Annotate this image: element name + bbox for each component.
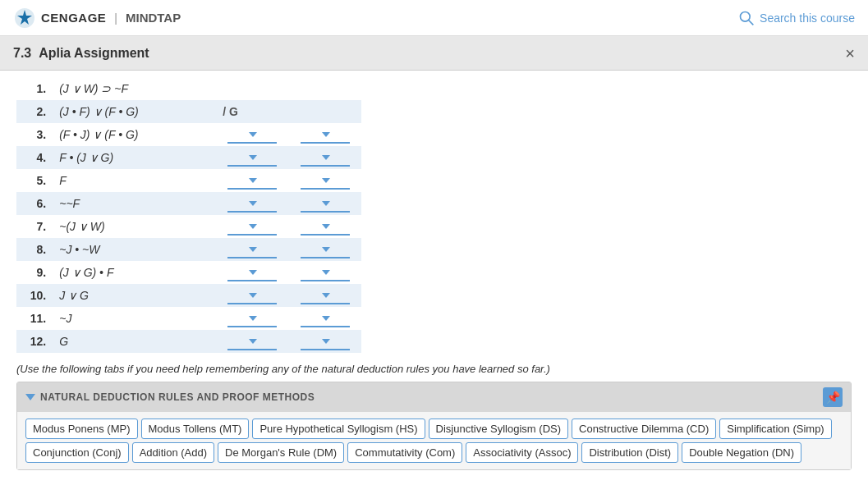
rule-tab[interactable]: Double Negation (DN) bbox=[682, 442, 801, 463]
dropdown-cell-1[interactable] bbox=[216, 284, 288, 307]
table-row: 8.~J • ~W bbox=[16, 238, 361, 261]
dropdown-cell-1[interactable] bbox=[216, 123, 288, 146]
row-number: 5. bbox=[16, 169, 53, 192]
rule-tab[interactable]: Pure Hypothetical Syllogism (HS) bbox=[252, 419, 425, 439]
dropdown-cell-2[interactable] bbox=[289, 284, 361, 307]
row-number: 9. bbox=[16, 261, 53, 284]
search-label[interactable]: Search this course bbox=[760, 11, 855, 25]
dropdown-cell-1[interactable] bbox=[216, 238, 288, 261]
dropdown-button-1[interactable] bbox=[227, 172, 277, 190]
dropdown-cell-2[interactable] bbox=[289, 123, 361, 146]
rules-header-left: NATURAL DEDUCTION RULES AND PROOF METHOD… bbox=[25, 391, 315, 403]
table-row: 6.~~F bbox=[16, 192, 361, 215]
rule-tab[interactable]: Modus Tollens (MT) bbox=[141, 419, 250, 439]
dropdown-button-1[interactable] bbox=[227, 149, 277, 167]
dropdown-cell-1[interactable] bbox=[216, 330, 288, 353]
dropdown-cell-1[interactable] bbox=[216, 261, 288, 284]
title-bar: 7.3 Aplia Assignment × bbox=[0, 36, 868, 71]
dropdown-arrow-icon bbox=[322, 293, 330, 298]
row-number: 11. bbox=[16, 307, 53, 330]
cengage-logo-icon bbox=[13, 7, 36, 30]
rule-tab[interactable]: Associativity (Assoc) bbox=[466, 442, 578, 463]
rule-tab[interactable]: De Morgan's Rule (DM) bbox=[218, 442, 344, 463]
dropdown-button-1[interactable] bbox=[227, 333, 277, 350]
dropdown-button-2[interactable] bbox=[301, 218, 350, 236]
pin-button[interactable]: 📌 bbox=[823, 387, 843, 407]
logo-divider: | bbox=[114, 11, 117, 25]
table-row: 12.G bbox=[16, 330, 361, 353]
row-number: 6. bbox=[16, 192, 53, 215]
table-row: 5.F bbox=[16, 169, 361, 192]
rule-tab[interactable]: Conjunction (Conj) bbox=[25, 442, 129, 463]
dropdown-cell-2[interactable] bbox=[289, 169, 361, 192]
rules-triangle-icon bbox=[25, 394, 35, 400]
row-formula: (J ∨ G) • F bbox=[53, 261, 216, 284]
dropdown-arrow-icon bbox=[322, 247, 330, 252]
dropdown-arrow-icon bbox=[322, 224, 330, 229]
row-number: 3. bbox=[16, 123, 53, 146]
mindtap-label: MINDTAP bbox=[126, 11, 181, 25]
row-number: 8. bbox=[16, 238, 53, 261]
dropdown-button-1[interactable] bbox=[227, 126, 277, 144]
row-formula: ~(J ∨ W) bbox=[53, 215, 216, 238]
dropdown-button-2[interactable] bbox=[301, 126, 350, 144]
rule-tab[interactable]: Modus Ponens (MP) bbox=[25, 419, 138, 439]
dropdown-button-2[interactable] bbox=[301, 287, 350, 304]
dropdown-arrow-icon bbox=[249, 155, 257, 160]
dropdown-cell-2[interactable] bbox=[289, 146, 361, 169]
close-button[interactable]: × bbox=[845, 45, 855, 62]
dropdown-button-2[interactable] bbox=[301, 333, 350, 350]
table-row: 11.~J bbox=[16, 307, 361, 330]
row-formula: F bbox=[53, 169, 216, 192]
dropdown-arrow-icon bbox=[249, 293, 257, 298]
cengage-label: CENGAGE bbox=[41, 11, 106, 25]
page-title: 7.3 Aplia Assignment bbox=[13, 46, 149, 61]
dropdown-button-2[interactable] bbox=[301, 310, 350, 327]
row-formula: ~J • ~W bbox=[53, 238, 216, 261]
dropdown-button-2[interactable] bbox=[301, 172, 350, 190]
dropdown-cell-2[interactable] bbox=[289, 192, 361, 215]
dropdown-button-2[interactable] bbox=[301, 195, 350, 213]
dropdown-arrow-icon bbox=[249, 270, 257, 275]
rule-tab[interactable]: Constructive Dilemma (CD) bbox=[572, 419, 716, 439]
dropdown-cell-1[interactable] bbox=[216, 146, 288, 169]
search-area[interactable]: Search this course bbox=[738, 10, 855, 26]
dropdown-cell-1[interactable] bbox=[216, 192, 288, 215]
row-formula: F • (J ∨ G) bbox=[53, 146, 216, 169]
dropdown-button-2[interactable] bbox=[301, 264, 350, 281]
dropdown-arrow-icon bbox=[249, 316, 257, 321]
dropdown-button-1[interactable] bbox=[227, 241, 277, 258]
rule-tab[interactable]: Commutativity (Com) bbox=[347, 442, 462, 463]
dropdown-button-1[interactable] bbox=[227, 195, 277, 213]
dropdown-cell-2[interactable] bbox=[289, 215, 361, 238]
dropdown-arrow-icon bbox=[249, 247, 257, 252]
dropdown-cell-2[interactable] bbox=[289, 261, 361, 284]
row-formula: ~J bbox=[53, 307, 216, 330]
empty-cell bbox=[216, 77, 361, 100]
row-number: 1. bbox=[16, 77, 53, 100]
row-number: 7. bbox=[16, 215, 53, 238]
dropdown-button-1[interactable] bbox=[227, 287, 277, 304]
table-row: 9.(J ∨ G) • F bbox=[16, 261, 361, 284]
dropdown-cell-2[interactable] bbox=[289, 307, 361, 330]
dropdown-cell-2[interactable] bbox=[289, 238, 361, 261]
dropdown-button-1[interactable] bbox=[227, 310, 277, 327]
dropdown-cell-1[interactable] bbox=[216, 169, 288, 192]
rule-tab[interactable]: Simplification (Simp) bbox=[719, 419, 831, 439]
rule-tab[interactable]: Distribution (Dist) bbox=[581, 442, 678, 463]
table-row: 1.(J ∨ W) ⊃ ~F bbox=[16, 77, 361, 100]
help-text: (Use the following tabs if you need help… bbox=[16, 363, 852, 375]
dropdown-button-1[interactable] bbox=[227, 218, 277, 236]
dropdown-arrow-icon bbox=[249, 178, 257, 183]
rule-tab[interactable]: Disjunctive Syllogism (DS) bbox=[429, 419, 568, 439]
dropdown-button-2[interactable] bbox=[301, 241, 350, 258]
rule-tab[interactable]: Addition (Add) bbox=[132, 442, 214, 463]
dropdown-cell-1[interactable] bbox=[216, 215, 288, 238]
dropdown-cell-2[interactable] bbox=[289, 330, 361, 353]
dropdown-cell-1[interactable] bbox=[216, 307, 288, 330]
dropdown-arrow-icon bbox=[322, 339, 330, 344]
row-formula: ~~F bbox=[53, 192, 216, 215]
dropdown-button-1[interactable] bbox=[227, 264, 277, 281]
dropdown-arrow-icon bbox=[322, 316, 330, 321]
dropdown-button-2[interactable] bbox=[301, 149, 350, 167]
